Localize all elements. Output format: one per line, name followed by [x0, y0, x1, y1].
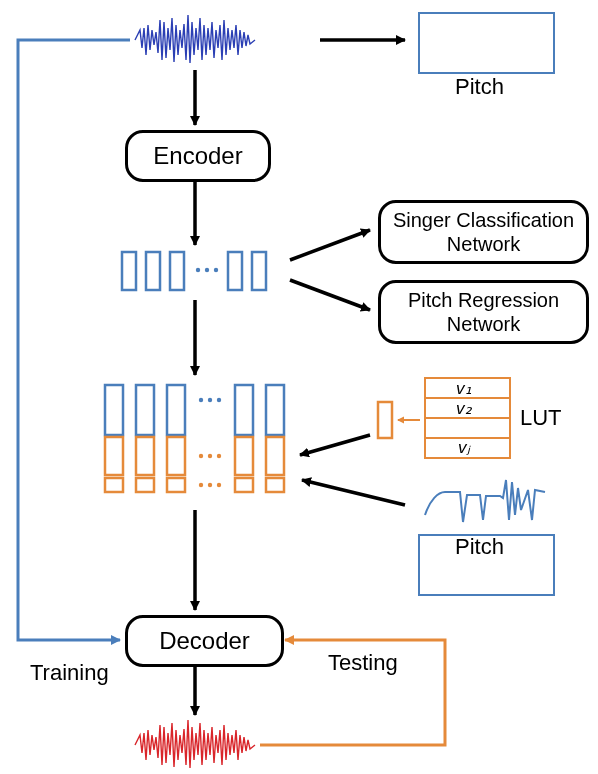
svg-point-4 — [205, 268, 209, 272]
svg-rect-8 — [105, 385, 123, 435]
svg-point-3 — [196, 268, 200, 272]
svg-point-22 — [208, 454, 212, 458]
svg-rect-9 — [136, 385, 154, 435]
singer-cls-label: Singer Classification Network — [393, 208, 574, 256]
pitch-reg-box: Pitch Regression Network — [378, 280, 589, 344]
svg-point-5 — [214, 268, 218, 272]
singer-embedding-vec — [378, 402, 392, 438]
svg-rect-16 — [105, 437, 123, 475]
decoder-label: Decoder — [159, 627, 250, 655]
testing-label: Testing — [328, 650, 398, 676]
svg-rect-6 — [228, 252, 242, 290]
diagram-stage: Pitch Encoder Singer Classification Netw… — [0, 0, 598, 774]
svg-point-23 — [217, 454, 221, 458]
pitch-label-top: Pitch — [455, 74, 504, 100]
training-label: Training — [30, 660, 109, 686]
svg-point-14 — [208, 398, 212, 402]
lut-v1: v₁ — [456, 378, 472, 399]
arrow-pitch-to-concat — [302, 480, 405, 505]
svg-rect-27 — [235, 478, 253, 492]
svg-point-29 — [199, 483, 203, 487]
arrow-tokens-to-singercls — [290, 230, 370, 260]
arrow-tokens-to-pitchreg — [290, 280, 370, 310]
svg-point-21 — [199, 454, 203, 458]
encoder-box: Encoder — [125, 130, 271, 182]
svg-rect-24 — [105, 478, 123, 492]
latent-tokens — [122, 252, 266, 290]
arrow-training — [18, 40, 130, 640]
pitch-box-top — [418, 12, 555, 74]
svg-rect-19 — [235, 437, 253, 475]
svg-rect-25 — [136, 478, 154, 492]
svg-point-15 — [217, 398, 221, 402]
lut-v2: v₂ — [456, 398, 472, 419]
svg-rect-11 — [235, 385, 253, 435]
output-waveform — [135, 720, 255, 768]
pitch-label-bottom: Pitch — [455, 534, 504, 560]
svg-rect-7 — [252, 252, 266, 290]
pitch-reg-label: Pitch Regression Network — [408, 288, 559, 336]
concat-tokens — [105, 385, 284, 492]
svg-rect-26 — [167, 478, 185, 492]
svg-point-30 — [208, 483, 212, 487]
svg-rect-10 — [167, 385, 185, 435]
svg-point-31 — [217, 483, 221, 487]
svg-rect-17 — [136, 437, 154, 475]
svg-rect-28 — [266, 478, 284, 492]
encoder-label: Encoder — [153, 142, 242, 170]
svg-rect-20 — [266, 437, 284, 475]
svg-rect-18 — [167, 437, 185, 475]
svg-rect-2 — [170, 252, 184, 290]
svg-layer — [0, 0, 598, 774]
svg-point-13 — [199, 398, 203, 402]
svg-rect-1 — [146, 252, 160, 290]
decoder-box: Decoder — [125, 615, 284, 667]
singer-cls-box: Singer Classification Network — [378, 200, 589, 264]
svg-rect-12 — [266, 385, 284, 435]
pitch-curve-bottom — [425, 480, 545, 522]
input-waveform — [135, 15, 255, 63]
lut-label: LUT — [520, 405, 562, 431]
svg-rect-0 — [122, 252, 136, 290]
lut-vj: vⱼ — [458, 437, 470, 458]
arrow-vec-to-concat — [300, 435, 370, 455]
